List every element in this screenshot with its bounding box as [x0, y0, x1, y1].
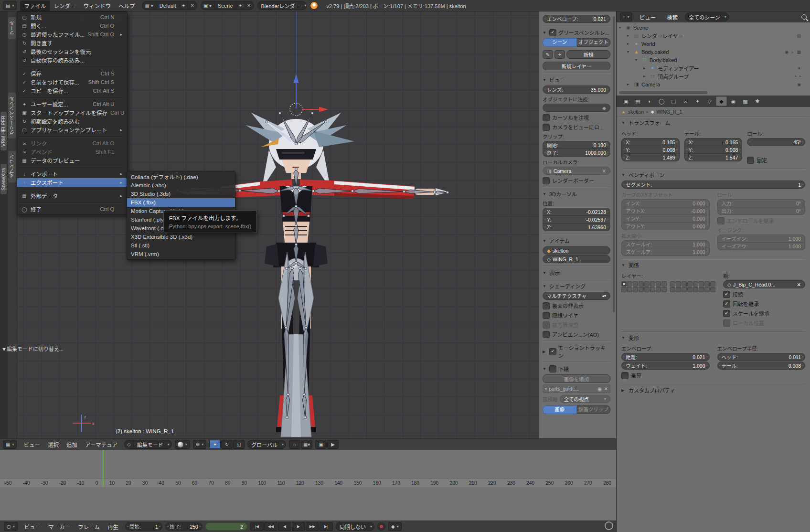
motion-tracking-panel-header[interactable]: ▶ ✓ モーショントラッキン — [543, 344, 610, 359]
viewport-menu[interactable]: 追加 — [63, 439, 81, 450]
bone-layer-cell[interactable] — [627, 281, 632, 287]
playback-button[interactable]: ◀ — [278, 522, 291, 531]
connected-checkbox[interactable]: 接続 — [723, 290, 805, 298]
add-icon[interactable]: + — [554, 50, 565, 59]
add-scene-button[interactable]: + — [236, 1, 244, 10]
delete-layout-button[interactable]: ✕ — [187, 1, 196, 10]
bendy-roll-field[interactable]: 入力:0° — [717, 199, 806, 207]
scene-browse-icon[interactable]: ▣ ▾ — [201, 1, 214, 10]
local-location-checkbox[interactable]: ローカル位置 — [723, 319, 805, 327]
topbar-menu[interactable]: レンダー — [50, 0, 79, 11]
gp-new-button[interactable]: 新規 — [566, 50, 610, 59]
bone-layer-cell[interactable] — [644, 287, 650, 292]
timeline-editor[interactable]: -50-40-30-20-100102030405060708090100110… — [0, 450, 616, 532]
expand-icon[interactable]: ▾ — [619, 25, 623, 30]
collapse-icon[interactable]: ▾ — [545, 387, 547, 391]
bone-layer-cell[interactable] — [661, 287, 667, 292]
frame-end-field[interactable]: 終了: 250 — [165, 522, 202, 531]
layout-selector[interactable]: ▦ ▾ Default + ✕ — [142, 1, 197, 10]
eyedropper-icon[interactable]: ◆ — [602, 105, 606, 111]
bone-layer-cell[interactable] — [699, 281, 704, 287]
current-frame-field[interactable]: 2 — [205, 522, 247, 531]
bone-layer-cell[interactable] — [621, 281, 627, 287]
multiply-checkbox[interactable]: 乗算 — [621, 372, 710, 379]
file-menu-item[interactable]: ✦ ユーザー設定... Ctrl Alt U ▸ — [17, 100, 127, 108]
search-icon[interactable] — [801, 14, 807, 20]
background-panel-header[interactable]: ▼ 下絵 — [543, 365, 610, 372]
timeline-menu[interactable]: フレーム — [74, 521, 104, 532]
clip-field[interactable]: 開始: 0.100 — [543, 141, 610, 149]
file-menu-item[interactable]: ↓ インポート ▸ — [17, 170, 127, 178]
viewport-menu[interactable]: アーマチュア — [81, 439, 121, 450]
deform-field[interactable]: 距離:0.021 — [621, 353, 710, 361]
playback-button[interactable]: ▶ — [292, 522, 305, 531]
export-menu-item[interactable]: FBX (.fbx) — [127, 198, 235, 207]
background-checkbox[interactable] — [549, 365, 556, 372]
restriction-toggles[interactable]: • • — [795, 74, 808, 79]
timeline-editor-type-button[interactable]: ◷▾ — [4, 522, 18, 531]
lock-cursor-checkbox[interactable]: カーソルを注視 — [543, 114, 610, 121]
tab-object-source[interactable]: オブジェクト — [577, 38, 611, 47]
display-panel-header[interactable]: ▼ 表示 — [543, 269, 610, 277]
bone-layer-cell[interactable] — [710, 287, 715, 292]
collapsed-panel-header[interactable]: ▼編集モードに切り替え... — [1, 345, 64, 352]
file-menu-item[interactable]: ▦ 外部データ ▸ — [17, 192, 127, 200]
outliner-search-menu[interactable]: 検索 — [663, 12, 682, 22]
bone-layer-cell[interactable] — [676, 281, 681, 287]
inherit-scale-checkbox[interactable]: スケールを継承 — [723, 309, 805, 317]
tab-render[interactable]: ▣ — [620, 96, 631, 106]
file-menu-item[interactable]: ◷ 最近使ったファイル... Shift Ctrl O ▸ — [17, 30, 127, 39]
outliner-row[interactable]: ▾ ▽ Body.baked — [617, 56, 810, 64]
playback-button[interactable]: ▶| — [320, 522, 333, 531]
bone-layer-cell[interactable] — [633, 287, 638, 292]
dof-checkbox[interactable]: 被写界深度 — [543, 321, 610, 329]
tail-axis-field[interactable]: Z:1.547 — [684, 154, 743, 161]
expand-icon[interactable]: ▸ — [627, 33, 631, 38]
tab-movie-clip[interactable]: 動画クリップ — [577, 405, 611, 414]
bone-layer-cell[interactable] — [650, 287, 655, 292]
clip-field[interactable]: 終了: 1000.000 — [543, 149, 610, 157]
playback-button[interactable]: ◀◀ — [264, 522, 277, 531]
file-menu-item[interactable]: ✓ 保存 Ctrl S ▸ — [17, 69, 127, 78]
scale-field[interactable]: スケールア:1.000 — [621, 248, 710, 256]
backface-checkbox[interactable]: 裏面の非表示 — [543, 302, 610, 309]
tab-texture[interactable]: ▩ — [740, 96, 751, 106]
timeline-menu[interactable]: マーカー — [44, 521, 74, 532]
cursor-axis-field[interactable]: Y: -0.02597 — [543, 216, 610, 223]
object-name-field[interactable]: ◆ skelton — [543, 246, 610, 255]
viewport-menu[interactable]: 選択 — [44, 439, 63, 450]
item-panel-header[interactable]: ▼ アイテム — [543, 237, 610, 245]
timeline-playhead[interactable] — [103, 450, 104, 487]
file-menu-item[interactable]: ∞ リンク Ctrl Alt O ▸ — [17, 139, 127, 148]
outliner-view-menu[interactable]: ビュー — [636, 12, 660, 22]
restriction-toggles[interactable]: ◉ ▹ ▦ — [785, 50, 808, 54]
outliner-hscrollbar[interactable] — [619, 91, 707, 94]
add-image-button[interactable]: 画像を追加 — [543, 374, 610, 383]
file-menu-item[interactable]: ↑ エクスポート ▸ — [17, 178, 127, 187]
timeline-menu[interactable]: ビュー — [21, 521, 45, 532]
layout-browse-icon[interactable]: ▦ ▾ — [142, 1, 156, 10]
orientation-select[interactable]: グローバル ▾ — [247, 440, 286, 449]
pivot-select[interactable]: ⊕▾ — [193, 440, 206, 449]
playback-button[interactable]: |◀ — [250, 522, 264, 531]
ao-checkbox[interactable]: アンビエン...ン(AO) — [543, 330, 610, 338]
bone-layer-cell[interactable] — [621, 287, 627, 292]
cursor-panel-header[interactable]: ▼ 3Dカーソル — [543, 190, 610, 198]
topbar-menu[interactable]: ファイル — [20, 0, 50, 11]
bone-layer-cell[interactable] — [699, 287, 704, 292]
export-menu-item[interactable]: VRM (.vrm) — [127, 250, 235, 258]
tab-physics[interactable]: ✱ — [752, 96, 763, 106]
tab-scenextra[interactable]: SceneXtra — [0, 164, 7, 194]
topbar-menu[interactable]: ウィンドウ — [79, 0, 115, 11]
bone-layer-cell[interactable] — [656, 281, 661, 287]
tab-material[interactable]: ◉ — [728, 96, 739, 106]
expand-icon[interactable]: ▸ — [627, 42, 631, 46]
file-menu-item[interactable]: ∞ アペンド Shift F1 ▸ — [17, 148, 127, 156]
head-axis-field[interactable]: X:-0.105 — [621, 138, 680, 146]
tab-image[interactable]: 画像 — [543, 405, 577, 414]
file-menu-item[interactable]: ↻ 初期設定を読み込む ▸ — [17, 117, 127, 126]
parent-field[interactable]: ◇ J_Bip_C_Head.0... ✕ — [723, 280, 805, 288]
close-icon[interactable]: ✕ — [604, 386, 608, 392]
tab-modifiers[interactable]: ✦ — [692, 96, 703, 106]
export-menu-item[interactable]: Collada (デフォルト) (.dae) — [127, 172, 235, 181]
